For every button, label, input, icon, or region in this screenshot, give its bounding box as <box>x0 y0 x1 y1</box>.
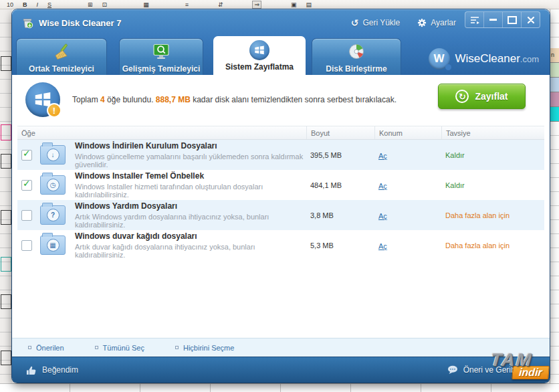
row-title: Windows İndirilen Kurulum Dosyaları <box>75 141 306 151</box>
settings-button[interactable]: Ayarlar <box>417 18 456 27</box>
colored-cell-cyan <box>550 107 559 122</box>
cell-border <box>1 154 11 169</box>
bullet-icon <box>95 346 98 349</box>
wise-disk-cleaner-window: Wise Disk Cleaner 7 ↺ Geri Yükle <box>12 9 550 383</box>
reclaim-size: 888,7 MB <box>156 95 191 104</box>
select-all-link[interactable]: Tümünü Seç <box>95 344 144 352</box>
close-button[interactable] <box>521 12 540 27</box>
maximize-button[interactable] <box>502 12 521 27</box>
like-label: Beğendim <box>42 365 78 375</box>
folder-download-icon: ↓ <box>40 145 66 165</box>
summary-bar: ! Toplam 4 öğe bulundu. 888,7 MB kadar d… <box>12 75 550 124</box>
cell-border-teal <box>1 257 11 272</box>
disk-icon <box>346 42 366 62</box>
column-header-item[interactable]: Öğe <box>17 126 306 139</box>
close-icon <box>528 17 534 23</box>
titlebar[interactable]: Wise Disk Cleaner 7 ↺ Geri Yükle <box>12 9 550 36</box>
table-row[interactable]: ✓ ↓ Windows İndirilen Kurulum Dosyaları … <box>17 140 544 170</box>
logo-tld: .com <box>520 54 539 64</box>
open-location-link[interactable]: Aç <box>378 212 387 220</box>
tab-label: Sistem Zayıflatma <box>225 62 294 72</box>
row-advice: Daha fazla alan için <box>441 211 544 219</box>
windows-flag-icon <box>249 40 269 60</box>
wisecleaner-logo: W WiseCleaner.com <box>429 45 539 72</box>
spreadsheet-left-edge <box>0 9 12 392</box>
thumbs-up-icon <box>25 365 37 375</box>
column-header-size[interactable]: Boyut <box>306 126 374 139</box>
row-checkbox[interactable]: ✓ <box>21 150 32 161</box>
tab-label: Gelişmiş Temizleyici <box>122 64 201 74</box>
tab-system-slimming[interactable]: Sistem Zayıflatma <box>213 36 306 75</box>
minimize-button[interactable] <box>483 12 502 27</box>
table-row[interactable]: ✓ ◷ Windows Installer Temel Önbellek Win… <box>17 170 544 200</box>
bullet-icon <box>28 346 31 349</box>
refresh-icon: ↻ <box>455 90 469 103</box>
column-header-location[interactable]: Konum <box>374 126 441 139</box>
row-description: Artık Windows yardım dosyalarına ihtiyac… <box>75 213 306 229</box>
row-size: 484,1 MB <box>306 181 374 189</box>
borders-icon: ⊡ <box>102 1 108 8</box>
tab-bar: Ortak Temizleyici Gelişmiş Temizleyici <box>16 36 401 75</box>
slim-button[interactable]: ↻ Zayıflat <box>438 84 526 109</box>
bold-icon: B <box>23 1 27 8</box>
table-icon: ▤ <box>306 1 312 8</box>
restore-button[interactable]: ↺ Geri Yükle <box>351 18 401 27</box>
row-checkbox[interactable]: ✓ <box>21 180 32 191</box>
row-description: Windows güncelleme yamalarını başarılı y… <box>75 153 306 169</box>
cell-border <box>1 294 11 309</box>
gear-icon <box>417 18 427 27</box>
feedback-menu-button[interactable] <box>465 12 483 27</box>
like-button[interactable]: Beğendim <box>25 365 78 375</box>
items-table: ✓ ↓ Windows İndirilen Kurulum Dosyaları … <box>17 140 544 260</box>
open-location-link[interactable]: Aç <box>378 182 387 190</box>
bullet-icon <box>175 346 179 349</box>
row-advice: Kaldır <box>441 151 544 159</box>
folder-clock-icon: ◷ <box>40 175 66 195</box>
row-size: 395,5 MB <box>306 151 374 159</box>
select-recommended-link[interactable]: Önerilen <box>28 344 64 352</box>
row-description: Artık duvar kağıdı dosyalarına ihtiyacın… <box>75 243 306 259</box>
tamindir-watermark: TAM indir <box>489 352 550 379</box>
logo-name: WiseCleaner <box>455 52 520 65</box>
folder-help-icon: ? <box>40 205 66 225</box>
tab-advanced-cleaner[interactable]: Gelişmiş Temizleyici <box>119 38 203 75</box>
spreadsheet-right-edge: n <box>550 9 559 392</box>
window-header: Wise Disk Cleaner 7 ↺ Geri Yükle <box>12 9 550 75</box>
selection-links-bar: Önerilen Tümünü Seç Hiçbirini Seçme <box>12 338 550 357</box>
open-location-link[interactable]: Aç <box>378 242 387 250</box>
tab-common-cleaner[interactable]: Ortak Temizleyici <box>16 38 107 75</box>
italic-icon: I <box>37 1 39 8</box>
table-row[interactable]: ✓ ? Windows Yardım Dosyaları Artık Windo… <box>17 200 544 230</box>
valign-icon: ⇵ <box>218 1 223 8</box>
font-size-value: 10 <box>7 1 13 8</box>
app-trash-icon <box>21 17 33 29</box>
wrap-text-icon: ⇒ <box>252 1 261 9</box>
colored-cell-green <box>550 63 559 78</box>
folder-image-icon: ▦ <box>40 235 66 255</box>
alert-badge-icon: ! <box>47 103 62 118</box>
open-location-link[interactable]: Aç <box>378 152 387 160</box>
row-advice: Kaldır <box>441 181 544 189</box>
merge-cells-icon: ⊞ <box>88 1 93 8</box>
tab-label: Ortak Temizleyici <box>29 64 94 74</box>
tab-disk-defrag[interactable]: Disk Birleştirme <box>312 38 401 75</box>
feedback-menu-icon <box>470 16 479 24</box>
status-bar: Beğendim Öneri ve Geribildirim <box>12 357 550 383</box>
check-icon: ✓ <box>23 178 31 189</box>
cell-border <box>1 351 11 365</box>
row-description: Windows Installer hizmeti tarafından olu… <box>75 183 306 199</box>
window-title: Wise Disk Cleaner 7 <box>39 18 121 28</box>
maximize-icon <box>508 16 517 24</box>
row-checkbox[interactable]: ✓ <box>21 240 32 251</box>
column-header-advice[interactable]: Tavsiye <box>441 126 544 139</box>
summary-text: Toplam 4 öğe bulundu. 888,7 MB kadar dis… <box>72 95 397 104</box>
row-title: Windows Installer Temel Önbellek <box>75 171 306 181</box>
table-row[interactable]: ✓ ▦ Windows duvar kağıdı dosyaları Artık… <box>17 230 544 260</box>
row-checkbox[interactable]: ✓ <box>21 210 32 221</box>
excel-toolbar: 10 B I S ⊞ ⊡ ▦ ≡ ⇵ ⇒ ▣ ▤ <box>0 0 559 9</box>
restore-label: Geri Yükle <box>362 18 400 27</box>
row-size: 5,3 MB <box>306 241 374 250</box>
window-controls <box>465 11 540 28</box>
select-none-link[interactable]: Hiçbirini Seçme <box>175 344 234 352</box>
settings-label: Ayarlar <box>431 18 456 27</box>
